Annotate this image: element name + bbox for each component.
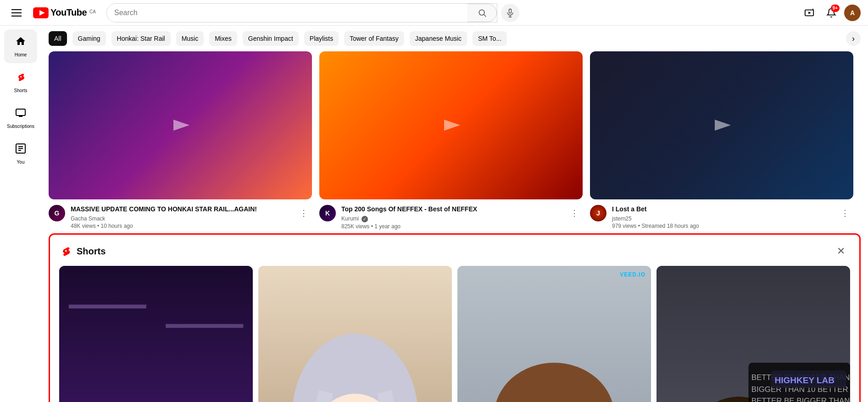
svg-rect-20: [59, 266, 253, 402]
main-content: All Gaming Honkai: Star Rail Music Mixes…: [41, 26, 868, 402]
sidebar-subscriptions-label: Subscriptions: [7, 124, 34, 129]
video-meta: Top 200 Songs Of NEFFEX - Best of NEFFEX…: [341, 205, 561, 230]
sidebar-item-shorts[interactable]: Shorts: [4, 65, 37, 99]
sidebar-shorts-label: Shorts: [14, 88, 28, 93]
svg-rect-10: [16, 109, 25, 116]
filter-chip-tower[interactable]: Tower of Fantasy: [344, 31, 404, 46]
filter-chip-gaming[interactable]: Gaming: [72, 31, 106, 46]
create-video-button[interactable]: [800, 4, 818, 22]
svg-marker-8: [808, 11, 811, 14]
channel-avatar[interactable]: K: [319, 205, 336, 221]
svg-point-2: [479, 10, 484, 15]
hamburger-menu-button[interactable]: [7, 4, 26, 22]
stats-separator: •: [97, 223, 101, 229]
sidebar-you-label: You: [17, 160, 25, 165]
video-row: G MASSIVE UPDATE COMING TO HONKAI STAR R…: [41, 51, 868, 230]
filter-chip-mixes[interactable]: Mixes: [209, 31, 237, 46]
channel-name: Gacha Smack: [71, 215, 290, 222]
channel-avatar[interactable]: G: [49, 205, 65, 221]
video-meta: MASSIVE UPDATE COMING TO HONKAI STAR RAI…: [71, 205, 290, 230]
short-card[interactable]: [59, 266, 258, 402]
short-thumbnail: VEED.IO: [457, 266, 651, 402]
mic-button[interactable]: [501, 4, 519, 22]
svg-rect-22: [166, 324, 243, 328]
notifications-button[interactable]: 9+: [822, 4, 840, 22]
hamburger-line: [11, 12, 22, 13]
thumbnail-play: [437, 116, 465, 134]
video-more-button[interactable]: ⋮: [295, 205, 312, 221]
upload-time: 1 year ago: [374, 223, 401, 230]
mic-icon: [506, 8, 515, 17]
video-info: G MASSIVE UPDATE COMING TO HONKAI STAR R…: [49, 205, 312, 230]
svg-rect-4: [509, 9, 512, 13]
shorts-section: Shorts ✕: [49, 233, 861, 402]
video-card: G MASSIVE UPDATE COMING TO HONKAI STAR R…: [49, 51, 319, 230]
video-more-button[interactable]: ⋮: [566, 205, 583, 221]
veed-watermark: VEED.IO: [620, 271, 645, 278]
video-meta: I Lost a Bet jstern25 979 views • Stream…: [612, 205, 831, 230]
search-button[interactable]: [467, 4, 497, 22]
youtube-logo[interactable]: YouTube CA: [33, 7, 96, 18]
short-thumbnail: Geestyo: [258, 266, 452, 402]
shorts-header: Shorts ✕: [50, 235, 859, 266]
verified-badge: ✓: [362, 216, 368, 222]
video-more-button[interactable]: ⋮: [837, 205, 853, 221]
sidebar-item-subscriptions[interactable]: Subscriptions: [4, 101, 37, 135]
channel-name-text: Kurumi: [341, 215, 359, 222]
video-card: J I Lost a Bet jstern25 979 views • Stre…: [590, 51, 861, 230]
shorts-section-icon: [59, 245, 72, 258]
hamburger-line: [11, 9, 22, 10]
home-icon: [15, 36, 26, 50]
shorts-title-area: Shorts: [59, 245, 106, 258]
video-card: K Top 200 Songs Of NEFFEX - Best of NEFF…: [319, 51, 590, 230]
svg-rect-21: [69, 305, 146, 308]
svg-marker-18: [444, 120, 460, 131]
filter-chip-japanese[interactable]: Japanese Music: [410, 31, 467, 46]
search-form: [106, 3, 497, 22]
video-info: K Top 200 Songs Of NEFFEX - Best of NEFF…: [319, 205, 583, 230]
view-count: 979 views: [612, 223, 636, 229]
hamburger-line: [11, 16, 22, 17]
you-icon: [15, 143, 26, 157]
upload-time: Streamed 18 hours ago: [641, 223, 699, 229]
short-face-cosplay: [59, 266, 253, 402]
notification-badge: 9+: [831, 5, 840, 12]
shorts-close-button[interactable]: ✕: [832, 242, 850, 260]
filter-chip-sm[interactable]: SM To...: [473, 31, 507, 46]
upload-time: 10 hours ago: [101, 223, 133, 229]
shorts-grid: Geestyo: [50, 266, 859, 402]
search-input[interactable]: [107, 4, 467, 22]
video-thumbnail[interactable]: [49, 51, 312, 199]
search-icon: [478, 8, 487, 17]
filter-chip-genshin[interactable]: Genshin Impact: [243, 31, 299, 46]
filter-chip-honkai[interactable]: Honkai: Star Rail: [111, 31, 171, 46]
channel-avatar[interactable]: J: [590, 205, 606, 221]
search-area: [106, 3, 519, 22]
filter-chip-music[interactable]: Music: [176, 31, 204, 46]
video-thumbnail[interactable]: [590, 51, 853, 199]
filter-chip-all[interactable]: All: [49, 31, 67, 46]
filter-bar: All Gaming Honkai: Star Rail Music Mixes…: [41, 26, 868, 51]
svg-line-3: [484, 14, 486, 17]
filter-next-button[interactable]: ›: [846, 31, 861, 46]
header-left: YouTube CA: [7, 4, 99, 22]
short-face-streamer: [457, 266, 651, 402]
svg-marker-17: [173, 120, 189, 131]
account-avatar[interactable]: A: [844, 5, 861, 21]
sidebar: Home Shorts Subscriptions: [0, 26, 41, 402]
short-card[interactable]: BETTER BE BIGGER THAN 10 BIGGER THAN 10 …: [657, 266, 850, 402]
short-card[interactable]: Geestyo: [258, 266, 457, 402]
video-thumbnail[interactable]: [319, 51, 583, 199]
subscriptions-icon: [15, 107, 26, 121]
channel-name: jstern25: [612, 215, 831, 222]
channel-name: Kurumi ✓: [341, 215, 561, 222]
shorts-nav-icon: [15, 72, 26, 85]
filter-chip-playlists[interactable]: Playlists: [304, 31, 339, 46]
thumbnail-play: [708, 116, 735, 134]
sidebar-item-home[interactable]: Home: [4, 29, 37, 63]
sidebar-item-you[interactable]: You: [4, 137, 37, 171]
short-face-anime: [258, 266, 452, 402]
sidebar-home-label: Home: [15, 52, 27, 57]
video-title: MASSIVE UPDATE COMING TO HONKAI STAR RAI…: [71, 205, 290, 214]
short-card[interactable]: VEED.IO: [457, 266, 657, 402]
